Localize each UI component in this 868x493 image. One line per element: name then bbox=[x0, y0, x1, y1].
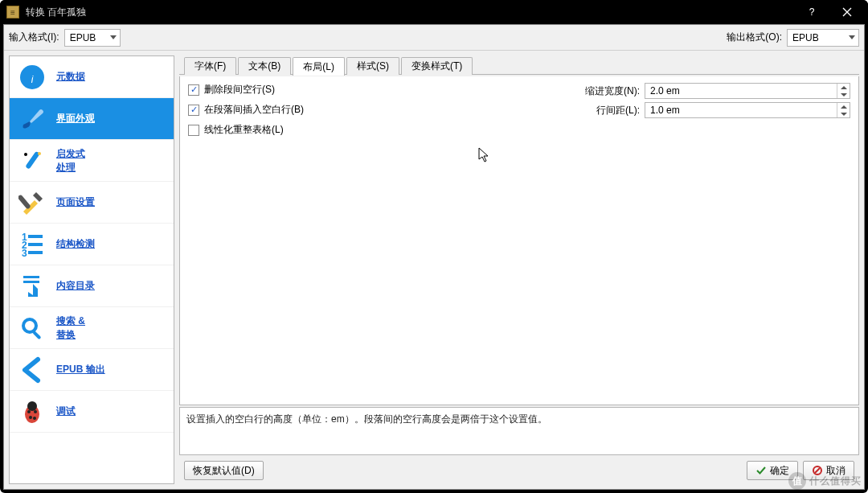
sidebar-item-look-feel[interactable]: 界面外观 bbox=[10, 98, 174, 140]
tab-text[interactable]: 文本(B) bbox=[238, 57, 291, 75]
tab-layout[interactable]: 布局(L) bbox=[293, 57, 345, 76]
sidebar-item-label: 结构检测 bbox=[56, 237, 95, 251]
close-button[interactable] bbox=[829, 0, 865, 24]
tab-label: 布局(L) bbox=[303, 60, 334, 74]
cancel-button[interactable]: 取消 bbox=[803, 461, 854, 480]
search-icon bbox=[18, 314, 47, 343]
line-height-value: 1.0 em bbox=[650, 105, 680, 116]
bottom-bar: 恢复默认值(D) 确定 取消 bbox=[179, 457, 859, 484]
input-format-combo[interactable]: EPUB bbox=[64, 29, 121, 47]
sidebar-item-label: 搜索 & 替换 bbox=[56, 314, 85, 342]
sidebar-item-search-replace[interactable]: 搜索 & 替换 bbox=[10, 307, 174, 349]
spin-down-icon[interactable] bbox=[837, 110, 850, 117]
output-format-label: 输出格式(O): bbox=[727, 31, 782, 44]
checkbox-remove-spacing[interactable] bbox=[188, 84, 199, 96]
tab-panel-layout: 删除段间空行(S) 在段落间插入空白行(B) 线性化重整表格(L) bbox=[179, 76, 859, 405]
svg-rect-11 bbox=[28, 251, 43, 254]
sidebar-item-metadata[interactable]: i 元数据 bbox=[10, 56, 174, 98]
tools-icon bbox=[18, 188, 47, 217]
output-format-value: EPUB bbox=[792, 32, 819, 43]
tab-label: 字体(F) bbox=[194, 60, 226, 73]
svg-point-3 bbox=[24, 153, 27, 156]
checkbox-insert-blank[interactable] bbox=[188, 105, 199, 116]
chevron-left-icon bbox=[18, 355, 47, 384]
sidebar-item-toc[interactable]: 内容目录 bbox=[10, 265, 174, 307]
spin-down-icon[interactable] bbox=[837, 91, 850, 98]
svg-point-18 bbox=[27, 410, 31, 413]
spin-up-icon[interactable] bbox=[837, 103, 850, 110]
sidebar-item-label: 界面外观 bbox=[56, 112, 95, 125]
checkbox-label: 在段落间插入空白行(B) bbox=[204, 103, 304, 117]
chevron-down-icon bbox=[110, 35, 117, 39]
hint-box: 设置插入的空白行的高度（单位：em）。段落间的空行高度会是两倍于这个设置值。 bbox=[179, 407, 859, 455]
svg-rect-13 bbox=[23, 281, 39, 283]
checkbox-label: 删除段间空行(S) bbox=[204, 83, 275, 97]
svg-line-23 bbox=[815, 468, 820, 473]
svg-rect-15 bbox=[32, 331, 41, 339]
spin-up-icon[interactable] bbox=[837, 84, 850, 91]
ok-button[interactable]: 确定 bbox=[747, 461, 798, 480]
button-label: 确定 bbox=[770, 464, 789, 478]
chevron-down-icon bbox=[849, 35, 855, 39]
sidebar-item-label: 页面设置 bbox=[56, 195, 95, 209]
svg-point-20 bbox=[29, 416, 32, 419]
bug-icon bbox=[18, 397, 47, 426]
sidebar-item-label: 元数据 bbox=[56, 70, 85, 84]
tabs: 字体(F) 文本(B) 布局(L) 样式(S) 变换样式(T) bbox=[179, 55, 859, 75]
tab-fonts[interactable]: 字体(F) bbox=[184, 57, 236, 75]
svg-point-14 bbox=[23, 319, 36, 332]
format-row: 输入格式(I): EPUB 输出格式(O): EPUB bbox=[4, 25, 864, 51]
help-button[interactable]: ? bbox=[794, 0, 829, 24]
indent-label: 缩进宽度(N): bbox=[577, 84, 640, 98]
sidebar-item-label: 启发式 处理 bbox=[56, 147, 85, 175]
svg-point-21 bbox=[33, 417, 36, 420]
sidebar-item-page-setup[interactable]: 页面设置 bbox=[10, 182, 174, 224]
input-format-value: EPUB bbox=[70, 32, 96, 43]
tab-styling[interactable]: 样式(S) bbox=[346, 57, 399, 75]
svg-point-4 bbox=[38, 152, 41, 155]
line-height-label: 行间距(L): bbox=[577, 104, 640, 117]
svg-text:3: 3 bbox=[22, 248, 27, 258]
hint-text: 设置插入的空白行的高度（单位：em）。段落间的空行高度会是两倍于这个设置值。 bbox=[186, 413, 547, 425]
touch-icon bbox=[18, 272, 47, 301]
svg-point-17 bbox=[27, 401, 37, 411]
title-bar: ≡ 转换 百年孤独 ? bbox=[0, 0, 868, 24]
tab-label: 变换样式(T) bbox=[411, 60, 462, 73]
sidebar-item-epub-output[interactable]: EPUB 输出 bbox=[10, 349, 174, 391]
checkbox-label: 线性化重整表格(L) bbox=[204, 123, 284, 137]
sidebar-item-label: 调试 bbox=[56, 405, 76, 418]
sidebar-item-label: 内容目录 bbox=[56, 279, 95, 293]
line-height-input[interactable]: 1.0 em bbox=[645, 102, 850, 118]
restore-defaults-button[interactable]: 恢复默认值(D) bbox=[184, 461, 264, 480]
indent-width-input[interactable]: 2.0 em bbox=[645, 83, 850, 99]
brush-icon bbox=[18, 105, 47, 134]
svg-text:i: i bbox=[31, 74, 34, 85]
tab-label: 文本(B) bbox=[248, 60, 280, 73]
window-title: 转换 百年孤独 bbox=[26, 6, 794, 19]
button-label: 恢复默认值(D) bbox=[193, 464, 255, 478]
tab-transform[interactable]: 变换样式(T) bbox=[401, 57, 473, 75]
sidebar-item-structure[interactable]: 123 结构检测 bbox=[10, 224, 174, 265]
svg-rect-5 bbox=[18, 194, 31, 209]
indent-value: 2.0 em bbox=[650, 85, 680, 97]
info-icon: i bbox=[18, 63, 47, 92]
sidebar-item-debug[interactable]: 调试 bbox=[10, 391, 174, 433]
checkbox-linearize-tables[interactable] bbox=[188, 125, 199, 136]
check-icon bbox=[755, 465, 767, 476]
sidebar: i 元数据 界面外观 启发式 处理 页面设置 123 结构检测 bbox=[9, 55, 174, 484]
list-icon: 123 bbox=[18, 230, 47, 259]
svg-rect-12 bbox=[23, 276, 39, 278]
sidebar-item-heuristic[interactable]: 启发式 处理 bbox=[10, 140, 174, 182]
button-label: 取消 bbox=[826, 464, 845, 478]
sidebar-item-label: EPUB 输出 bbox=[56, 363, 105, 376]
cancel-icon bbox=[812, 465, 823, 476]
input-format-label: 输入格式(I): bbox=[9, 31, 59, 44]
wand-icon bbox=[18, 146, 47, 175]
svg-rect-9 bbox=[28, 243, 43, 246]
tab-label: 样式(S) bbox=[357, 60, 389, 73]
svg-point-19 bbox=[34, 410, 37, 413]
output-format-combo[interactable]: EPUB bbox=[787, 29, 859, 47]
svg-rect-7 bbox=[28, 235, 43, 238]
app-icon: ≡ bbox=[6, 6, 19, 18]
